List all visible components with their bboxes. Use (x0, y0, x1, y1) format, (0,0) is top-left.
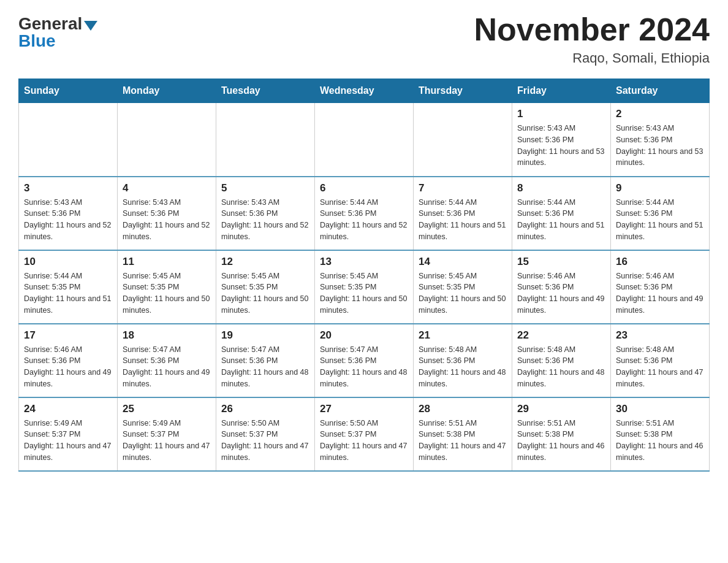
day-number: 30 (616, 403, 704, 415)
calendar-cell: 30Sunrise: 5:51 AMSunset: 5:38 PMDayligh… (611, 397, 710, 471)
day-number: 28 (419, 403, 507, 415)
day-number: 2 (616, 108, 704, 120)
day-number: 14 (419, 256, 507, 268)
weekday-header-thursday: Thursday (414, 79, 512, 103)
weekday-header-wednesday: Wednesday (315, 79, 414, 103)
calendar-cell: 13Sunrise: 5:45 AMSunset: 5:35 PMDayligh… (315, 250, 414, 324)
day-number: 15 (517, 256, 605, 268)
day-info: Sunrise: 5:47 AMSunset: 5:36 PMDaylight:… (320, 344, 408, 390)
day-number: 27 (320, 403, 408, 415)
calendar-cell: 18Sunrise: 5:47 AMSunset: 5:36 PMDayligh… (118, 324, 216, 397)
day-info: Sunrise: 5:48 AMSunset: 5:36 PMDaylight:… (517, 344, 605, 390)
day-number: 17 (24, 329, 112, 342)
day-info: Sunrise: 5:45 AMSunset: 5:35 PMDaylight:… (419, 270, 507, 316)
calendar-week-1: 1Sunrise: 5:43 AMSunset: 5:36 PMDaylight… (19, 103, 710, 177)
calendar-header-row: SundayMondayTuesdayWednesdayThursdayFrid… (19, 79, 710, 103)
day-number: 13 (320, 256, 408, 268)
day-info: Sunrise: 5:43 AMSunset: 5:36 PMDaylight:… (517, 123, 605, 169)
day-info: Sunrise: 5:44 AMSunset: 5:36 PMDaylight:… (517, 197, 605, 243)
day-info: Sunrise: 5:46 AMSunset: 5:36 PMDaylight:… (24, 344, 112, 390)
logo-triangle-icon (84, 21, 97, 31)
day-number: 10 (24, 256, 112, 268)
calendar-cell: 20Sunrise: 5:47 AMSunset: 5:36 PMDayligh… (315, 324, 414, 397)
calendar-cell: 9Sunrise: 5:44 AMSunset: 5:36 PMDaylight… (611, 177, 710, 250)
calendar-cell: 7Sunrise: 5:44 AMSunset: 5:36 PMDaylight… (414, 177, 512, 250)
calendar-cell: 14Sunrise: 5:45 AMSunset: 5:35 PMDayligh… (414, 250, 512, 324)
calendar-cell: 16Sunrise: 5:46 AMSunset: 5:36 PMDayligh… (611, 250, 710, 324)
calendar-cell: 17Sunrise: 5:46 AMSunset: 5:36 PMDayligh… (19, 324, 118, 397)
day-number: 7 (419, 182, 507, 194)
day-info: Sunrise: 5:45 AMSunset: 5:35 PMDaylight:… (320, 270, 408, 316)
month-title: November 2024 (474, 12, 710, 47)
day-number: 26 (221, 403, 309, 415)
weekday-header-tuesday: Tuesday (216, 79, 315, 103)
day-number: 5 (221, 182, 309, 194)
day-number: 29 (517, 403, 605, 415)
day-info: Sunrise: 5:44 AMSunset: 5:36 PMDaylight:… (419, 197, 507, 243)
day-info: Sunrise: 5:44 AMSunset: 5:36 PMDaylight:… (616, 197, 704, 243)
day-info: Sunrise: 5:48 AMSunset: 5:36 PMDaylight:… (616, 344, 704, 390)
day-info: Sunrise: 5:43 AMSunset: 5:36 PMDaylight:… (24, 197, 112, 243)
calendar-cell: 8Sunrise: 5:44 AMSunset: 5:36 PMDaylight… (512, 177, 611, 250)
day-number: 22 (517, 329, 605, 342)
calendar-cell: 4Sunrise: 5:43 AMSunset: 5:36 PMDaylight… (118, 177, 216, 250)
calendar-cell: 26Sunrise: 5:50 AMSunset: 5:37 PMDayligh… (216, 397, 315, 471)
day-number: 11 (123, 256, 211, 268)
day-info: Sunrise: 5:44 AMSunset: 5:35 PMDaylight:… (24, 270, 112, 316)
day-number: 19 (221, 329, 309, 342)
calendar-cell (19, 103, 118, 177)
day-info: Sunrise: 5:47 AMSunset: 5:36 PMDaylight:… (221, 344, 309, 390)
calendar-week-4: 17Sunrise: 5:46 AMSunset: 5:36 PMDayligh… (19, 324, 710, 397)
day-number: 6 (320, 182, 408, 194)
day-number: 24 (24, 403, 112, 415)
day-number: 16 (616, 256, 704, 268)
calendar-cell: 3Sunrise: 5:43 AMSunset: 5:36 PMDaylight… (19, 177, 118, 250)
day-info: Sunrise: 5:48 AMSunset: 5:36 PMDaylight:… (419, 344, 507, 390)
day-number: 18 (123, 329, 211, 342)
calendar-cell: 15Sunrise: 5:46 AMSunset: 5:36 PMDayligh… (512, 250, 611, 324)
calendar-week-5: 24Sunrise: 5:49 AMSunset: 5:37 PMDayligh… (19, 397, 710, 471)
day-number: 12 (221, 256, 309, 268)
calendar-cell: 6Sunrise: 5:44 AMSunset: 5:36 PMDaylight… (315, 177, 414, 250)
day-info: Sunrise: 5:50 AMSunset: 5:37 PMDaylight:… (221, 418, 309, 464)
weekday-header-sunday: Sunday (19, 79, 118, 103)
day-number: 9 (616, 182, 704, 194)
calendar-cell: 1Sunrise: 5:43 AMSunset: 5:36 PMDaylight… (512, 103, 611, 177)
weekday-header-friday: Friday (512, 79, 611, 103)
day-number: 23 (616, 329, 704, 342)
calendar-cell (315, 103, 414, 177)
day-info: Sunrise: 5:51 AMSunset: 5:38 PMDaylight:… (419, 418, 507, 464)
day-info: Sunrise: 5:50 AMSunset: 5:37 PMDaylight:… (320, 418, 408, 464)
calendar-cell: 11Sunrise: 5:45 AMSunset: 5:35 PMDayligh… (118, 250, 216, 324)
calendar-cell (414, 103, 512, 177)
day-info: Sunrise: 5:51 AMSunset: 5:38 PMDaylight:… (616, 418, 704, 464)
calendar-week-2: 3Sunrise: 5:43 AMSunset: 5:36 PMDaylight… (19, 177, 710, 250)
calendar-cell: 28Sunrise: 5:51 AMSunset: 5:38 PMDayligh… (414, 397, 512, 471)
day-info: Sunrise: 5:49 AMSunset: 5:37 PMDaylight:… (24, 418, 112, 464)
day-info: Sunrise: 5:44 AMSunset: 5:36 PMDaylight:… (320, 197, 408, 243)
calendar-table: SundayMondayTuesdayWednesdayThursdayFrid… (18, 79, 710, 472)
day-number: 20 (320, 329, 408, 342)
day-info: Sunrise: 5:43 AMSunset: 5:36 PMDaylight:… (221, 197, 309, 243)
weekday-header-saturday: Saturday (611, 79, 710, 103)
day-info: Sunrise: 5:46 AMSunset: 5:36 PMDaylight:… (616, 270, 704, 316)
day-info: Sunrise: 5:47 AMSunset: 5:36 PMDaylight:… (123, 344, 211, 390)
day-info: Sunrise: 5:46 AMSunset: 5:36 PMDaylight:… (517, 270, 605, 316)
day-info: Sunrise: 5:43 AMSunset: 5:36 PMDaylight:… (616, 123, 704, 169)
calendar-week-3: 10Sunrise: 5:44 AMSunset: 5:35 PMDayligh… (19, 250, 710, 324)
calendar-cell: 5Sunrise: 5:43 AMSunset: 5:36 PMDaylight… (216, 177, 315, 250)
logo: General Blue (18, 12, 97, 50)
logo-blue-text: Blue (18, 33, 56, 50)
weekday-header-monday: Monday (118, 79, 216, 103)
calendar-cell: 12Sunrise: 5:45 AMSunset: 5:35 PMDayligh… (216, 250, 315, 324)
day-number: 25 (123, 403, 211, 415)
calendar-cell: 29Sunrise: 5:51 AMSunset: 5:38 PMDayligh… (512, 397, 611, 471)
page-header: General Blue November 2024 Raqo, Somali,… (18, 12, 710, 66)
day-info: Sunrise: 5:43 AMSunset: 5:36 PMDaylight:… (123, 197, 211, 243)
calendar-cell (118, 103, 216, 177)
location-subtitle: Raqo, Somali, Ethiopia (474, 50, 710, 66)
calendar-cell: 22Sunrise: 5:48 AMSunset: 5:36 PMDayligh… (512, 324, 611, 397)
day-number: 1 (517, 108, 605, 120)
calendar-cell: 10Sunrise: 5:44 AMSunset: 5:35 PMDayligh… (19, 250, 118, 324)
calendar-cell: 25Sunrise: 5:49 AMSunset: 5:37 PMDayligh… (118, 397, 216, 471)
